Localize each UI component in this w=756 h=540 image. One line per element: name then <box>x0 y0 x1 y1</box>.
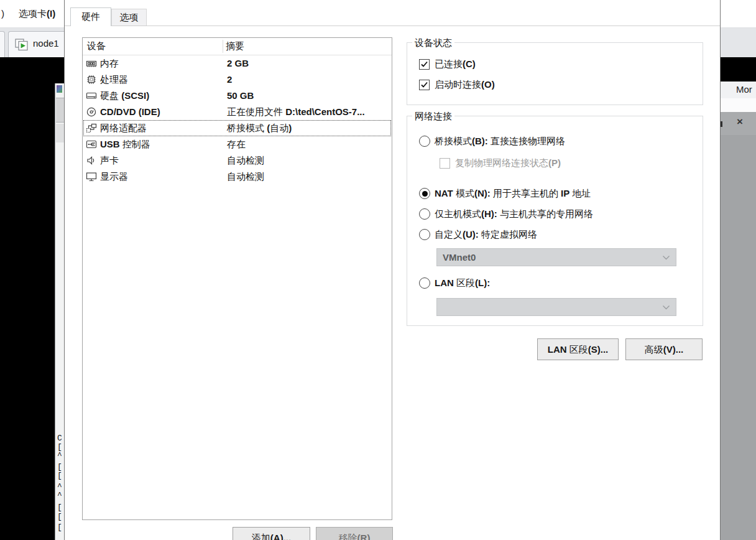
bridged-label[interactable]: 桥接模式(B): 直接连接物理网络 <box>435 135 565 147</box>
screen: ) 选项卡(I) node1 C [ ^ [ [ ^ ^ [ [ [ <box>0 0 756 540</box>
dropdown-chevron-icon <box>662 255 670 261</box>
processor-icon <box>86 74 97 85</box>
text-fragment <box>721 121 722 127</box>
connected-label[interactable]: 已连接(C) <box>435 58 476 70</box>
device-name: 内存 <box>100 55 119 72</box>
remove-button[interactable]: 移除(R) <box>316 527 393 540</box>
sound-card-icon <box>86 155 97 166</box>
tab-divider <box>65 26 720 26</box>
lan-segment-radio[interactable] <box>419 277 430 289</box>
custom-label[interactable]: 自定义(U): 特定虚拟网络 <box>435 228 537 241</box>
vm-tab-fragment[interactable] <box>0 31 5 57</box>
column-separator <box>223 40 223 53</box>
replicate-state-checkbox[interactable] <box>440 158 450 169</box>
usb-controller-icon <box>86 139 97 150</box>
network-adapter-icon <box>86 123 97 134</box>
vm-tab-icon <box>15 39 30 53</box>
nat-radio[interactable] <box>419 188 430 199</box>
device-row-processor[interactable]: 处理器 2 <box>83 72 391 88</box>
device-name: 网络适配器 <box>100 120 147 136</box>
vm-settings-dialog: 硬件 选项 设备 摘要 内存 2 GB <box>64 0 721 540</box>
background-window-title: Mor <box>736 84 752 95</box>
connect-at-power-on-label[interactable]: 启动时连接(O) <box>435 78 495 91</box>
button-fragment <box>56 124 65 142</box>
connected-checkbox[interactable] <box>419 59 430 70</box>
device-summary: 桥接模式 (自动) <box>227 120 292 136</box>
add-button[interactable]: 添加(A)... <box>233 527 310 540</box>
column-header-summary: 摘要 <box>226 38 244 54</box>
display-icon <box>86 171 97 182</box>
dropdown-chevron-icon <box>662 305 670 310</box>
device-name: 硬盘 (SCSI) <box>100 88 149 104</box>
window-icon-fragment <box>57 85 62 93</box>
tab-hardware[interactable]: 硬件 <box>70 7 111 26</box>
device-name: 声卡 <box>100 152 119 169</box>
background-window-body <box>721 135 756 540</box>
nat-label[interactable]: NAT 模式(N): 用于共享主机的 IP 地址 <box>435 187 591 200</box>
device-row-harddisk[interactable]: 硬盘 (SCSI) 50 GB <box>83 88 391 104</box>
button-fragment <box>56 98 65 123</box>
network-connection-group: 网络连接 桥接模式(B): 直接连接物理网络 复制物理网络连接状态(P) NAT… <box>407 116 703 326</box>
device-row-display[interactable]: 显示器 自动检测 <box>83 169 391 185</box>
device-name: 处理器 <box>100 72 128 88</box>
harddisk-icon <box>86 90 97 101</box>
device-summary: 自动检测 <box>227 169 264 185</box>
device-status-group: 设备状态 已连接(C) 启动时连接(O) <box>407 42 703 105</box>
device-row-network-adapter[interactable]: 网络适配器 桥接模式 (自动) <box>83 120 391 136</box>
host-only-label[interactable]: 仅主机模式(H): 与主机共享的专用网络 <box>435 208 593 220</box>
device-summary: 2 GB <box>227 55 249 72</box>
menu-item-tabs[interactable]: 选项卡(I) <box>19 0 55 27</box>
device-summary: 50 GB <box>227 88 254 104</box>
custom-radio[interactable] <box>419 229 430 240</box>
device-row-memory[interactable]: 内存 2 GB <box>83 55 391 72</box>
device-row-sound-card[interactable]: 声卡 自动检测 <box>83 152 391 169</box>
connect-at-power-on-checkbox[interactable] <box>419 80 430 90</box>
memory-icon <box>86 58 97 69</box>
device-row-usb-controller[interactable]: USB 控制器 存在 <box>83 136 391 152</box>
custom-network-value: VMnet0 <box>443 252 476 263</box>
background-titlebar-fragment: Mor <box>721 81 756 98</box>
device-summary: 正在使用文件 D:\ted\CentOS-7... <box>227 104 365 120</box>
device-name: USB 控制器 <box>100 136 150 152</box>
tab-options[interactable]: 选项 <box>111 9 147 26</box>
column-header-device: 设备 <box>87 38 106 54</box>
group-title-network-connection: 网络连接 <box>412 111 454 121</box>
background-toolbar-fragment <box>721 98 756 112</box>
vm-tab-label: node1 <box>33 38 59 49</box>
device-row-cd-dvd[interactable]: CD/DVD (IDE) 正在使用文件 D:\ted\CentOS-7... <box>83 104 391 120</box>
background-window-sliver: C [ ^ [ [ ^ ^ [ [ [ <box>55 83 64 540</box>
lan-segment-dropdown[interactable] <box>436 298 676 316</box>
device-list-header: 设备 摘要 <box>83 38 392 55</box>
replicate-state-label: 复制物理网络连接状态(P) <box>455 157 561 169</box>
device-summary: 自动检测 <box>227 152 264 169</box>
device-summary: 存在 <box>227 136 246 152</box>
custom-network-dropdown[interactable]: VMnet0 <box>436 248 676 266</box>
bridged-radio[interactable] <box>419 136 430 147</box>
group-title-device-status: 设备状态 <box>412 37 454 48</box>
device-summary: 2 <box>227 72 232 88</box>
close-icon[interactable]: × <box>737 116 743 128</box>
device-name: 显示器 <box>100 169 128 185</box>
device-name: CD/DVD (IDE) <box>100 104 160 120</box>
device-list: 设备 摘要 内存 2 GB <box>82 37 392 520</box>
advanced-button[interactable]: 高级(V)... <box>625 338 703 360</box>
lan-segment-label[interactable]: LAN 区段(L): <box>435 277 490 289</box>
host-only-radio[interactable] <box>419 208 430 220</box>
cd-dvd-icon <box>86 106 97 118</box>
background-window-controls: × <box>721 112 756 135</box>
lan-segments-button[interactable]: LAN 区段(S)... <box>537 338 619 360</box>
menu-fragment: ) <box>1 0 4 27</box>
